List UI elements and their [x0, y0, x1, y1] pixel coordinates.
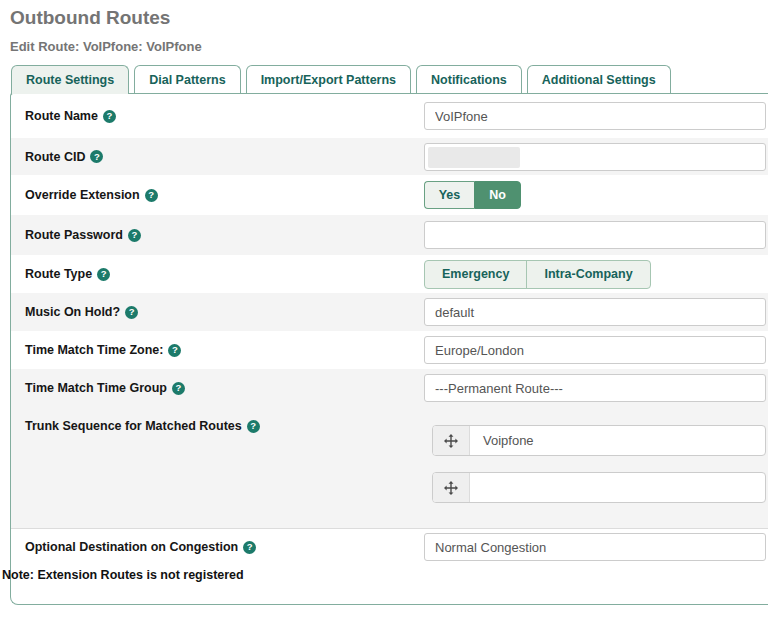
move-icon — [444, 481, 458, 495]
route-type-group: Emergency Intra-Company — [424, 260, 651, 289]
route-cid-row: Route CID ? — [11, 138, 768, 175]
route-name-label: Route Name — [25, 109, 98, 123]
field-label: Route Type ? — [14, 267, 424, 281]
route-type-intracompany-button[interactable]: Intra-Company — [527, 261, 649, 288]
help-icon[interactable]: ? — [168, 344, 181, 357]
move-icon — [444, 434, 458, 448]
route-type-label: Route Type — [25, 267, 92, 281]
music-on-hold-select[interactable] — [424, 298, 766, 326]
time-zone-select[interactable] — [424, 336, 766, 364]
congestion-row: Optional Destination on Congestion ? — [11, 529, 768, 565]
route-name-row: Route Name ? — [11, 94, 768, 138]
help-icon[interactable]: ? — [90, 150, 103, 163]
field-label: Route CID ? — [14, 150, 424, 164]
drag-handle[interactable] — [433, 473, 470, 502]
trunk-sequence-item[interactable]: Voipfone — [432, 425, 766, 456]
field-label: Time Match Time Zone: ? — [14, 343, 424, 357]
field-label: Optional Destination on Congestion ? — [14, 540, 424, 554]
music-on-hold-label: Music On Hold? — [25, 305, 120, 319]
override-extension-label: Override Extension — [25, 188, 140, 202]
help-icon[interactable]: ? — [97, 268, 110, 281]
help-icon[interactable]: ? — [145, 189, 158, 202]
congestion-label: Optional Destination on Congestion — [25, 540, 238, 554]
tab-dial-patterns[interactable]: Dial Patterns — [134, 65, 240, 93]
route-cid-label: Route CID — [25, 150, 85, 164]
override-no-button[interactable]: No — [474, 181, 521, 209]
route-name-input[interactable] — [424, 102, 766, 130]
route-password-input[interactable] — [424, 221, 766, 249]
route-type-emergency-button[interactable]: Emergency — [425, 261, 527, 288]
field-label: Time Match Time Group ? — [14, 381, 424, 395]
override-extension-row: Override Extension ? Yes No — [11, 175, 768, 215]
trunk-sequence-row: Trunk Sequence for Matched Routes ? Voip… — [11, 407, 768, 529]
time-zone-label: Time Match Time Zone: — [25, 343, 163, 357]
help-icon[interactable]: ? — [247, 420, 260, 433]
field-label: Music On Hold? ? — [14, 305, 424, 319]
override-extension-toggle: Yes No — [424, 181, 521, 209]
help-icon[interactable]: ? — [172, 382, 185, 395]
route-password-row: Route Password ? — [11, 215, 768, 255]
field-label: Override Extension ? — [14, 188, 424, 202]
trunk-item-label: Voipfone — [470, 433, 534, 448]
route-password-label: Route Password — [25, 228, 123, 242]
help-icon[interactable]: ? — [243, 541, 256, 554]
tab-route-settings[interactable]: Route Settings — [11, 65, 129, 94]
drag-handle[interactable] — [433, 426, 470, 455]
help-icon[interactable]: ? — [125, 306, 138, 319]
redacted-value — [428, 147, 520, 168]
tab-bar: Route Settings Dial Patterns Import/Expo… — [11, 65, 768, 93]
override-yes-button[interactable]: Yes — [424, 181, 474, 209]
time-group-select[interactable] — [424, 374, 766, 402]
field-label: Route Password ? — [14, 228, 424, 242]
trunk-sequence-item[interactable] — [432, 472, 766, 503]
time-group-label: Time Match Time Group — [25, 381, 167, 395]
route-type-row: Route Type ? Emergency Intra-Company — [11, 255, 768, 293]
congestion-select[interactable] — [424, 533, 766, 561]
extension-routes-note: Note: Extension Routes is not registered — [2, 565, 768, 587]
field-label: Trunk Sequence for Matched Routes ? — [14, 407, 424, 433]
tab-import-export-patterns[interactable]: Import/Export Patterns — [246, 65, 411, 93]
time-group-row: Time Match Time Group ? — [11, 369, 768, 407]
music-on-hold-row: Music On Hold? ? — [11, 293, 768, 331]
trunk-sequence-label: Trunk Sequence for Matched Routes — [25, 419, 242, 433]
help-icon[interactable]: ? — [103, 110, 116, 123]
time-zone-row: Time Match Time Zone: ? — [11, 331, 768, 369]
tab-additional-settings[interactable]: Additional Settings — [527, 65, 671, 93]
tab-notifications[interactable]: Notifications — [416, 65, 522, 93]
page-subtitle: Edit Route: VoIPfone: VoIPfone — [10, 39, 768, 54]
page-title: Outbound Routes — [10, 7, 768, 29]
field-label: Route Name ? — [14, 109, 424, 123]
route-settings-panel: Route Name ? Route CID ? Override Extens… — [10, 93, 768, 605]
help-icon[interactable]: ? — [128, 229, 141, 242]
